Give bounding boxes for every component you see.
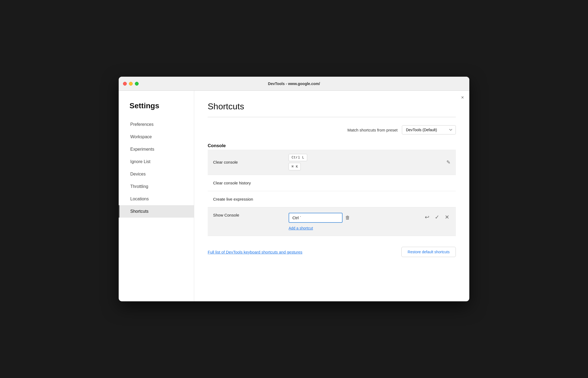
section-console-title: Console — [208, 143, 456, 148]
edit-pencil-icon[interactable]: ✎ — [446, 159, 450, 165]
sidebar-item-experiments[interactable]: Experiments — [119, 143, 194, 156]
page-title: Shortcuts — [208, 102, 456, 112]
shortcut-name-clear-history: Clear console history — [213, 181, 289, 185]
shortcut-name-clear-console: Clear console — [213, 160, 289, 164]
shortcut-keys-clear-console: Ctrl L ⌘ K — [289, 154, 446, 170]
preset-select[interactable]: DevTools (Default) Visual Studio Code — [402, 125, 456, 134]
confirm-button[interactable]: ✓ — [434, 213, 440, 221]
devtools-window: DevTools - www.google.com/ × Settings Pr… — [119, 77, 469, 301]
close-button[interactable]: × — [461, 95, 464, 100]
preset-row: Match shortcuts from preset DevTools (De… — [208, 125, 456, 134]
sidebar-item-shortcuts[interactable]: Shortcuts — [119, 205, 194, 218]
close-traffic-light[interactable] — [123, 82, 127, 86]
sidebar-item-workspace[interactable]: Workspace — [119, 131, 194, 143]
key-badge-cmd-k: ⌘ K — [289, 163, 301, 170]
restore-defaults-button[interactable]: Restore default shortcuts — [401, 247, 456, 257]
traffic-lights — [123, 82, 139, 86]
shortcut-edit-area: 🗑 Add a shortcut — [289, 213, 424, 230]
window-title: DevTools - www.google.com/ — [268, 82, 320, 86]
shortcut-input[interactable] — [289, 213, 343, 223]
sidebar-item-devices[interactable]: Devices — [119, 168, 194, 180]
title-divider — [208, 117, 456, 117]
preset-label: Match shortcuts from preset — [347, 128, 398, 132]
sidebar: Settings Preferences Workspace Experimen… — [119, 91, 194, 301]
main-content: Shortcuts Match shortcuts from preset De… — [194, 91, 469, 301]
shortcut-input-row: 🗑 — [289, 213, 424, 223]
key-badge-ctrl-l: Ctrl L — [289, 154, 307, 161]
shortcut-row-clear-console: Clear console Ctrl L ⌘ K ✎ — [208, 150, 456, 175]
edit-actions: ↩ ✓ ✕ — [424, 213, 450, 221]
edit-row-content: Show Console 🗑 Add a shortcut ↩ ✓ ✕ — [213, 212, 450, 231]
sidebar-item-ignore-list[interactable]: Ignore List — [119, 156, 194, 168]
cancel-edit-button[interactable]: ✕ — [444, 213, 450, 221]
sidebar-item-throttling[interactable]: Throttling — [119, 180, 194, 193]
minimize-traffic-light[interactable] — [129, 82, 133, 86]
sidebar-item-preferences[interactable]: Preferences — [119, 118, 194, 131]
footer-row: Full list of DevTools keyboard shortcuts… — [208, 244, 456, 257]
full-list-link[interactable]: Full list of DevTools keyboard shortcuts… — [208, 250, 302, 254]
undo-button[interactable]: ↩ — [424, 213, 430, 221]
title-bar: DevTools - www.google.com/ — [119, 77, 469, 91]
sidebar-heading: Settings — [119, 102, 194, 118]
shortcut-row-live-expression: Create live expression — [208, 191, 456, 207]
shortcut-row-show-console: Show Console 🗑 Add a shortcut ↩ ✓ ✕ — [208, 207, 456, 236]
delete-trash-icon[interactable]: 🗑 — [345, 215, 350, 221]
sidebar-item-locations[interactable]: Locations — [119, 193, 194, 205]
window-content: × Settings Preferences Workspace Experim… — [119, 91, 469, 301]
shortcut-name-show-console: Show Console — [213, 213, 289, 217]
add-shortcut-link[interactable]: Add a shortcut — [289, 226, 424, 230]
maximize-traffic-light[interactable] — [135, 82, 139, 86]
shortcut-name-live-expression: Create live expression — [213, 197, 289, 201]
shortcut-row-clear-history: Clear console history — [208, 175, 456, 191]
